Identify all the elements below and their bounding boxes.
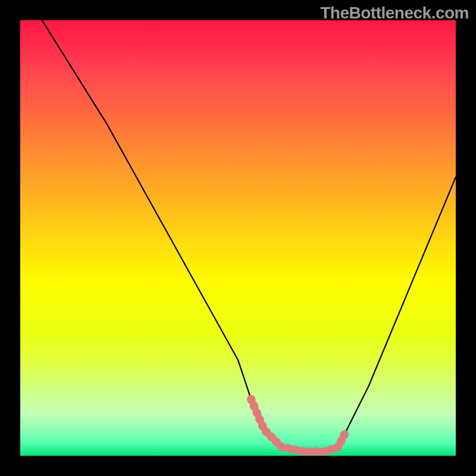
chart-background-gradient <box>20 20 456 456</box>
chart-container: TheBottleneck.com <box>0 0 476 476</box>
watermark-text: TheBottleneck.com <box>320 4 469 23</box>
